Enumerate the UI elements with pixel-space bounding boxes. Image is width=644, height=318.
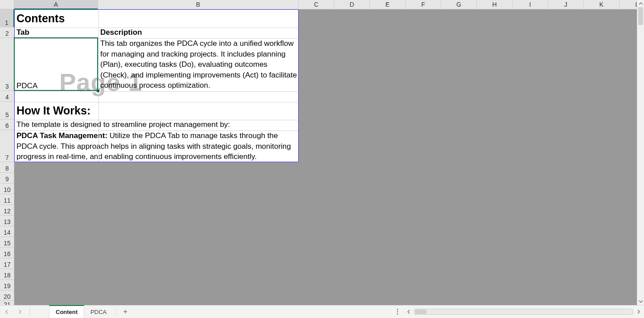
gridline	[98, 10, 99, 162]
tab-pdca[interactable]: PDCA	[84, 306, 113, 318]
column-header-B[interactable]: B	[98, 0, 299, 9]
column-headers: ABCDEFGHIJKL	[14, 0, 637, 9]
scroll-right-icon[interactable]	[635, 308, 642, 315]
divider	[115, 308, 116, 316]
row-header-16[interactable]: 16	[0, 248, 14, 258]
row-header-1[interactable]: 1	[0, 9, 14, 27]
cell-A7-bold: PDCA Task Management:	[16, 131, 110, 140]
column-header-A[interactable]: A	[14, 0, 98, 9]
row-header-10[interactable]: 10	[0, 183, 14, 194]
column-header-C[interactable]: C	[299, 0, 334, 9]
gridline	[15, 28, 298, 28]
column-header-D[interactable]: D	[334, 0, 370, 9]
row-header-19[interactable]: 19	[0, 280, 14, 290]
row-header-3[interactable]: 3	[0, 38, 14, 91]
tab-content-label: Content	[56, 309, 78, 315]
column-header-J[interactable]: J	[548, 0, 584, 9]
horizontal-scroll-thumb[interactable]	[415, 310, 427, 314]
worksheet-area: ABCDEFGHIJKL 123456789101112131415161718…	[0, 0, 637, 305]
row-header-9[interactable]: 9	[0, 173, 14, 183]
gridline	[15, 120, 298, 120]
row-header-20[interactable]: 20	[0, 290, 14, 301]
svg-point-1	[397, 311, 398, 313]
column-header-I[interactable]: I	[513, 0, 548, 9]
gridline	[15, 38, 298, 39]
row-header-13[interactable]: 13	[0, 216, 14, 226]
new-sheet-button[interactable]: +	[119, 306, 132, 318]
cell-A5[interactable]: How It Works:	[15, 102, 299, 120]
divider	[29, 308, 30, 316]
row-header-8[interactable]: 8	[0, 162, 14, 173]
sheet-tab-bar: Content PDCA +	[0, 305, 644, 318]
svg-point-2	[397, 314, 398, 315]
column-header-K[interactable]: K	[584, 0, 619, 9]
cell-A1[interactable]: Contents	[15, 10, 98, 28]
row-header-6[interactable]: 6	[0, 119, 14, 130]
scroll-up-icon[interactable]	[637, 0, 644, 7]
svg-point-0	[397, 309, 398, 310]
scroll-left-icon[interactable]	[405, 308, 412, 315]
row-header-5[interactable]: 5	[0, 102, 14, 119]
vertical-scrollbar[interactable]	[637, 0, 644, 305]
cell-A2[interactable]: Tab	[15, 28, 98, 38]
cell-A7[interactable]: PDCA Task Management: Utilize the PDCA T…	[15, 130, 299, 163]
page-print-area: Page 1 Contents Tab Description PDCA Thi…	[14, 9, 299, 162]
row-headers: 123456789101112131415161718192021	[0, 9, 14, 305]
row-header-18[interactable]: 18	[0, 269, 14, 280]
grid[interactable]: Page 1 Contents Tab Description PDCA Thi…	[14, 9, 637, 305]
row-header-14[interactable]: 14	[0, 226, 14, 237]
spacer	[132, 306, 392, 318]
cell-B3[interactable]: This tab organizes the PDCA cycle into a…	[98, 38, 299, 91]
cell-A6[interactable]: The template is designed to streamline p…	[15, 120, 299, 130]
row-header-11[interactable]: 11	[0, 194, 14, 205]
column-header-F[interactable]: F	[406, 0, 441, 9]
tab-options-icon[interactable]	[392, 306, 403, 318]
row-header-4[interactable]: 4	[0, 91, 14, 102]
gridline	[15, 130, 298, 131]
tab-nav	[0, 306, 49, 318]
vertical-scroll-thumb[interactable]	[638, 7, 643, 25]
tab-pdca-label: PDCA	[90, 309, 107, 315]
column-header-G[interactable]: G	[441, 0, 477, 9]
cell-B2[interactable]: Description	[98, 28, 299, 38]
row-header-15[interactable]: 15	[0, 237, 14, 248]
gridline	[15, 91, 298, 92]
horizontal-scrollbar[interactable]	[403, 306, 644, 318]
cell-A3[interactable]: PDCA	[15, 38, 98, 91]
row-header-17[interactable]: 17	[0, 258, 14, 269]
row-header-21[interactable]: 21	[0, 301, 14, 305]
gridline	[15, 102, 298, 102]
row-header-12[interactable]: 12	[0, 205, 14, 216]
tab-next-icon[interactable]	[13, 306, 27, 318]
select-all-corner[interactable]	[0, 0, 14, 9]
row-header-7[interactable]: 7	[0, 130, 14, 162]
tab-prev-icon[interactable]	[0, 306, 13, 318]
tab-content[interactable]: Content	[49, 305, 84, 318]
scroll-down-icon[interactable]	[637, 298, 644, 305]
column-header-E[interactable]: E	[370, 0, 406, 9]
column-header-L[interactable]: L	[619, 0, 637, 9]
vertical-scroll-track[interactable]	[637, 7, 644, 298]
horizontal-scroll-track[interactable]	[414, 309, 633, 315]
row-header-2[interactable]: 2	[0, 27, 14, 38]
column-header-H[interactable]: H	[477, 0, 513, 9]
